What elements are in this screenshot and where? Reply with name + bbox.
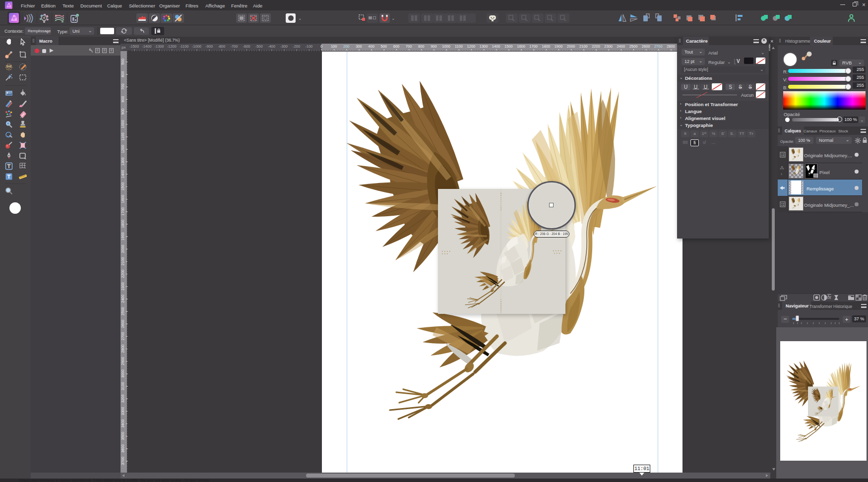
svg-text:1000: 1000 bbox=[121, 120, 125, 128]
svg-text:2100: 2100 bbox=[121, 257, 125, 266]
svg-text:1300: 1300 bbox=[121, 157, 125, 166]
svg-text:2000: 2000 bbox=[121, 244, 125, 253]
svg-text:2300: 2300 bbox=[121, 282, 125, 291]
svg-text:2400: 2400 bbox=[121, 295, 125, 303]
svg-text:1200: 1200 bbox=[121, 145, 125, 153]
svg-text:2200: 2200 bbox=[121, 270, 125, 278]
svg-text:1800: 1800 bbox=[121, 220, 125, 228]
svg-text:900: 900 bbox=[121, 109, 125, 115]
svg-text:2900: 2900 bbox=[121, 357, 125, 365]
svg-text:1500: 1500 bbox=[121, 182, 125, 191]
svg-text:500: 500 bbox=[121, 59, 125, 65]
svg-text:3600: 3600 bbox=[121, 444, 125, 453]
svg-text:3200: 3200 bbox=[121, 394, 125, 403]
svg-text:V: V bbox=[737, 59, 740, 64]
svg-text:3100: 3100 bbox=[121, 382, 125, 390]
svg-text:3500: 3500 bbox=[121, 432, 125, 440]
svg-text:700: 700 bbox=[121, 83, 125, 90]
svg-text:2800: 2800 bbox=[121, 345, 125, 353]
svg-text:2600: 2600 bbox=[121, 319, 125, 328]
svg-text:800: 800 bbox=[121, 96, 125, 103]
svg-text:3700: 3700 bbox=[121, 457, 125, 465]
svg-text:3400: 3400 bbox=[121, 420, 125, 428]
svg-text:1900: 1900 bbox=[121, 232, 125, 241]
svg-text:600: 600 bbox=[121, 71, 125, 77]
svg-text:1400: 1400 bbox=[121, 170, 125, 178]
svg-text:1100: 1100 bbox=[121, 132, 125, 140]
svg-text:3000: 3000 bbox=[121, 369, 125, 378]
svg-text:1700: 1700 bbox=[121, 207, 125, 216]
svg-text:3300: 3300 bbox=[121, 407, 125, 416]
svg-text:2700: 2700 bbox=[121, 332, 125, 341]
svg-text:2500: 2500 bbox=[121, 307, 125, 315]
svg-text:1600: 1600 bbox=[121, 195, 125, 203]
